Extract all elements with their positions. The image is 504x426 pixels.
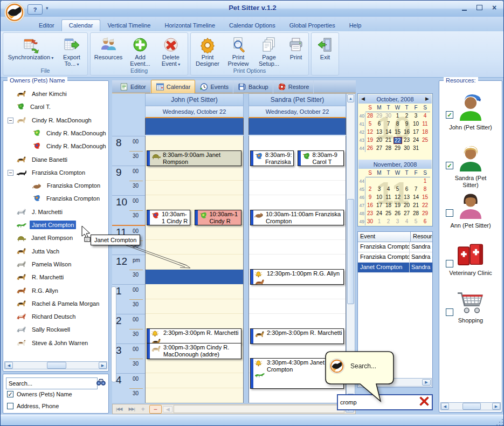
collapse-toggle-icon[interactable] [8, 118, 13, 123]
owners-tree-item[interactable]: Janet Rompson [16, 231, 75, 244]
owners-tree-item[interactable]: Janet Crompton [16, 218, 76, 231]
print-preview-button[interactable]: Print Preview [223, 34, 253, 68]
owners-tree-item[interactable]: Franziska Crompton [16, 166, 87, 179]
menu-tab-horizontal-timeline[interactable]: Horizontal Timeline [157, 20, 222, 31]
unchecked-checkbox[interactable] [446, 308, 453, 316]
resource-item-shopping[interactable]: Shopping [439, 290, 502, 324]
calendar-event[interactable]: 3:00pm-3:30pm Cindy R. MacDonough (addre… [147, 343, 241, 359]
minimize-button[interactable] [460, 4, 468, 11]
scroll-left-button[interactable]: ◀ [163, 406, 172, 413]
date-cell[interactable]: 9 [403, 121, 411, 128]
resource-column-header[interactable]: Sandra (Pet Sitter) [248, 93, 346, 106]
owners-tree-item[interactable]: R. Marchetti [16, 271, 66, 284]
checked-checkbox[interactable]: ✓ [7, 391, 13, 397]
date-cell[interactable]: 31 [412, 145, 420, 152]
table-row[interactable]: Franziska CromptonSandra (Pet Sitter) [358, 252, 432, 263]
checked-checkbox[interactable]: ✓ [446, 162, 453, 169]
date-header[interactable]: Wednesday, October 22 [248, 106, 346, 118]
date-cell[interactable]: 11 [421, 121, 430, 128]
owners-hscrollbar[interactable]: ◀ ▶ [4, 361, 107, 369]
ruler-slider[interactable] [111, 286, 116, 382]
calendar-event[interactable]: 10:30am-1 Cindy R [195, 210, 242, 226]
date-cell[interactable]: 27 [403, 210, 411, 217]
scheduler-hscroll-track[interactable] [174, 405, 344, 413]
owners-search-input[interactable] [6, 377, 98, 389]
zoom-in-button[interactable]: + [138, 406, 148, 413]
next-month-icon[interactable]: ▶ [425, 96, 429, 101]
date-cell[interactable]: 4 [403, 218, 411, 225]
scroll-thumb[interactable] [462, 403, 481, 410]
collapse-toggle-icon[interactable] [8, 170, 13, 176]
view-tab-editor[interactable]: Editor [115, 80, 151, 93]
zoom-out-button[interactable]: − [149, 405, 162, 414]
view-tab-restore[interactable]: Restore [273, 80, 314, 93]
date-cell[interactable]: 30 [366, 218, 375, 225]
date-cell[interactable]: 29 [375, 113, 384, 120]
owners-tree-item[interactable]: Asher Kimchi [16, 87, 69, 100]
add-event--button[interactable]: Add Event... [125, 34, 155, 68]
owners-tree-item[interactable]: Pamela Wilson [16, 258, 73, 271]
owners-tree-item[interactable]: Richard Deutsch [16, 310, 78, 323]
date-cell[interactable]: 1 [393, 113, 402, 120]
scroll-thumb[interactable] [47, 362, 66, 369]
print-designer-button[interactable]: Print Designer [192, 34, 223, 68]
binoculars-icon[interactable] [96, 378, 106, 388]
scroll-left-icon[interactable]: ◀ [441, 403, 449, 410]
date-cell[interactable]: 17 [375, 202, 384, 209]
date-cell[interactable]: 23 [403, 137, 411, 144]
date-cell[interactable]: 13 [403, 194, 411, 201]
owners-tree-item[interactable]: Cindy R. MacDonough [32, 140, 107, 153]
date-cell[interactable]: 8 [393, 121, 402, 128]
date-cell[interactable]: 20 [375, 137, 384, 144]
date-cell[interactable]: 1 [375, 218, 384, 225]
date-cell[interactable]: 10 [375, 194, 384, 201]
date-cell[interactable]: 6 [403, 186, 411, 193]
resource-column-header[interactable]: John (Pet Sitter) [145, 93, 244, 106]
scroll-right-icon[interactable]: ▶ [492, 403, 500, 410]
date-cell[interactable]: 11 [384, 194, 393, 201]
export-to--button[interactable]: Export To... ▾ [57, 34, 86, 68]
date-header[interactable]: Wednesday, October 22 [145, 106, 244, 118]
owners-tree-item[interactable]: R.G. Allyn [16, 284, 60, 297]
date-cell[interactable]: 28 [384, 145, 393, 152]
date-cell[interactable]: 13 [375, 129, 384, 136]
last-day-button[interactable]: ▶▶| [125, 407, 137, 411]
scroll-right-icon[interactable]: ▶ [422, 379, 431, 386]
calendar-event[interactable]: 10:30am-1 Cindy R [147, 210, 190, 226]
date-cell[interactable]: 5 [412, 218, 420, 225]
date-cell[interactable]: 6 [375, 121, 384, 128]
owners-tree-item[interactable]: Steve & John Warren [16, 336, 90, 349]
calendar-event[interactable]: 12:30pm-1:00pm R.G. Allyn [250, 269, 344, 285]
date-cell[interactable]: 3 [393, 218, 402, 225]
date-cell[interactable]: 10 [412, 121, 420, 128]
selected-date-cell[interactable]: 22 [393, 137, 402, 144]
scroll-right-icon[interactable]: ▶ [99, 362, 107, 369]
help-button[interactable]: ? [27, 4, 43, 15]
resize-grip[interactable] [496, 418, 503, 425]
exit-button[interactable]: Exit [313, 34, 337, 68]
owners-tree-item[interactable]: J. Marchetti [16, 205, 65, 218]
quick-access-arrow-icon[interactable]: ▾ [46, 5, 49, 11]
resource-item-veterinary-clinic[interactable]: Veterinary Clinic [439, 242, 502, 277]
close-button[interactable]: × [491, 4, 498, 11]
calendar-event[interactable]: 2:30pm-3:00pm R. Marchetti [250, 328, 344, 345]
date-cell[interactable]: 3 [412, 113, 420, 120]
resources-hscrollbar[interactable]: ◀ ▶ [440, 402, 501, 410]
owners-tree-item[interactable]: Franziska Crompton [32, 192, 102, 205]
menu-tab-calendar-options[interactable]: Calendar Options [222, 20, 282, 31]
date-cell[interactable]: 7 [412, 186, 420, 193]
date-cell[interactable]: 25 [384, 210, 393, 217]
owners-tree-item[interactable]: Diane Banetti [16, 153, 70, 166]
calendar-event[interactable]: 2:30pm-3:00pm R. Marchetti [147, 328, 241, 345]
date-cell[interactable]: 15 [421, 194, 430, 201]
checked-checkbox[interactable]: ✓ [446, 111, 453, 119]
date-cell[interactable]: 5 [366, 121, 375, 128]
date-cell[interactable]: 29 [421, 210, 430, 217]
synchronization-button[interactable]: Synchronization ▾ [4, 34, 57, 68]
calendar-event[interactable]: 10:30am-11:00am Franziska Crompton [250, 210, 344, 226]
unchecked-checkbox[interactable] [7, 403, 13, 409]
print-button[interactable]: Print [285, 34, 307, 68]
date-cell[interactable]: 23 [366, 210, 375, 217]
menu-tab-vertical-timeline[interactable]: Vertical Timeline [100, 20, 157, 31]
unchecked-checkbox[interactable] [446, 260, 453, 267]
